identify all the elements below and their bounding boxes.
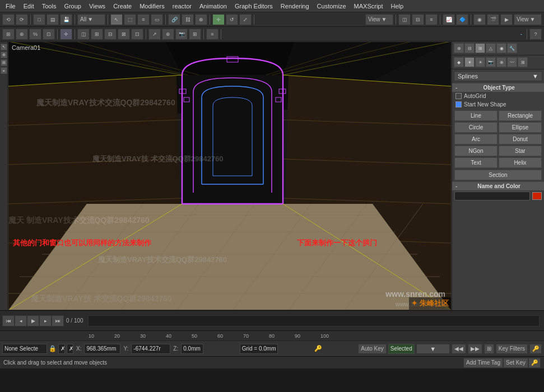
mirror-button[interactable]: ◫ [398, 14, 411, 25]
menu-group[interactable]: Group [61, 2, 85, 11]
new-scene-button[interactable]: □ [33, 14, 45, 25]
clone-align[interactable]: ⊡ [131, 29, 143, 40]
splines-dropdown[interactable]: Splines ▼ [454, 71, 542, 81]
unlink-button[interactable]: ⛓ [182, 14, 194, 25]
next-key[interactable]: ▶▶ [468, 344, 482, 354]
object-name-input[interactable] [454, 192, 530, 200]
arc-button[interactable]: Arc [454, 134, 497, 144]
menu-views[interactable]: Views [86, 2, 109, 11]
x-value[interactable]: 968.365mm [84, 344, 120, 354]
menu-reactor[interactable]: reactor [169, 2, 195, 11]
menu-animation[interactable]: Animation [196, 2, 230, 11]
schematic-button[interactable]: 🔷 [456, 14, 468, 25]
spinner-snap[interactable]: ⊡ [43, 29, 55, 40]
select-by-name-button[interactable]: ≡ [137, 14, 150, 25]
view-dropdown[interactable]: View ▼ [365, 14, 393, 25]
text-button[interactable]: Text [454, 157, 497, 168]
select-region-button[interactable]: ⬚ [124, 14, 136, 25]
timeline-play[interactable]: ▶ [27, 315, 39, 326]
layer-manager[interactable]: ≡ [206, 29, 218, 40]
selected-dropdown[interactable]: ▼ [416, 344, 450, 354]
move-button[interactable]: ✛ [212, 14, 225, 25]
place-highlight[interactable]: ⊕ [162, 29, 174, 40]
menu-maxscript[interactable]: MAXScript [351, 2, 387, 11]
lt-btn4[interactable]: ≡ [1, 67, 7, 74]
selection-filter-dropdown[interactable]: All ▼ [77, 14, 105, 25]
save-button[interactable]: 💾 [60, 14, 72, 25]
rp-icon-helper[interactable]: ⊕ [496, 57, 506, 67]
helix-button[interactable]: Helix [499, 157, 542, 168]
key-filter-icon[interactable]: 🔑 [529, 344, 542, 354]
normal-align[interactable]: ↗ [148, 29, 161, 40]
z-value[interactable]: 0.0mm [181, 344, 203, 354]
rp-icon-display[interactable]: ◉ [496, 43, 506, 53]
key-icon-btn[interactable]: 🔑 [528, 358, 541, 368]
rp-icon-motion[interactable]: △ [486, 43, 496, 53]
align-tool[interactable]: ⊟ [104, 29, 117, 40]
auto-key-button[interactable]: Auto Key [358, 344, 387, 354]
key-mode[interactable]: ⊞ [484, 344, 494, 354]
align-button[interactable]: ⊟ [412, 14, 424, 25]
timeline-go-end[interactable]: ⏭ [52, 315, 64, 326]
menu-modifiers[interactable]: Modifiers [136, 2, 168, 11]
align-camera[interactable]: 📷 [175, 29, 188, 40]
timeline-next-frame[interactable]: ▸ [39, 315, 52, 326]
material-editor-button[interactable]: ◉ [473, 14, 486, 25]
set-key-button[interactable]: Set Key [503, 358, 528, 368]
add-time-tag-button[interactable]: Add Time Tag [463, 358, 503, 368]
rp-icon-hierarchy[interactable]: ⊞ [475, 43, 485, 53]
rp-icon-geo[interactable]: ◆ [454, 57, 464, 67]
lt-btn1[interactable]: ↖ [1, 44, 7, 50]
name-color-section[interactable]: - Name and Color [452, 181, 544, 190]
undo-button[interactable]: ⟲ [2, 14, 15, 25]
object-type-section[interactable]: - Object Type [452, 83, 544, 92]
menu-edit[interactable]: Edit [20, 2, 38, 11]
rp-icon-utilities[interactable]: 🔧 [507, 43, 517, 53]
menu-create[interactable]: Create [110, 2, 135, 11]
rp-icon-light[interactable]: ☀ [475, 57, 485, 67]
color-swatch[interactable] [532, 192, 542, 200]
curve-editor-button[interactable]: 📈 [443, 14, 455, 25]
redo-button[interactable]: ⟳ [16, 14, 28, 25]
line-button[interactable]: Line [454, 110, 497, 121]
menu-tools[interactable]: Tools [39, 2, 60, 11]
prev-key[interactable]: ◀◀ [452, 344, 466, 354]
help-button[interactable]: ? [529, 29, 542, 40]
rp-icon-create[interactable]: ⊕ [454, 43, 464, 53]
donut-button[interactable]: Donut [499, 134, 542, 144]
rp-icon-modify[interactable]: ⊟ [464, 43, 475, 53]
star-button[interactable]: Star [499, 146, 542, 156]
start-new-shape-checkbox[interactable] [455, 101, 462, 108]
rectangular-selection[interactable]: ▭ [151, 14, 163, 25]
rp-icon-camera[interactable]: 📷 [486, 57, 496, 67]
y-value[interactable]: -6744.227r [131, 344, 170, 354]
menu-help[interactable]: Help [388, 2, 407, 11]
array-tool[interactable]: ⊞ [91, 29, 103, 40]
bind-button[interactable]: ⊕ [195, 14, 207, 25]
rectangle-button[interactable]: Rectangle [499, 110, 542, 121]
render-view-dropdown[interactable]: View ▼ [514, 14, 542, 25]
lt-btn3[interactable]: ⊞ [1, 59, 7, 66]
rp-icon-spacewarp[interactable]: 〰 [507, 57, 517, 67]
key-filters-button[interactable]: Key Filters [496, 344, 528, 354]
scale-button[interactable]: ⤢ [239, 14, 252, 25]
select-button[interactable]: ↖ [110, 14, 123, 25]
link-button[interactable]: 🔗 [168, 14, 180, 25]
timeline-go-start[interactable]: ⏮ [2, 315, 15, 326]
rotate-button[interactable]: ↺ [226, 14, 238, 25]
rp-icon-systems[interactable]: ⊞ [518, 57, 528, 67]
menu-customize[interactable]: Customize [314, 2, 350, 11]
ellipse-button[interactable]: Ellipse [499, 122, 542, 133]
render-button[interactable]: ▶ [500, 14, 513, 25]
snap-toggle[interactable]: ⊞ [2, 29, 15, 40]
align-to-view[interactable]: ⊞ [189, 29, 201, 40]
spacing-tool[interactable]: ⊠ [118, 29, 130, 40]
render-setup-button[interactable]: 🎬 [487, 14, 499, 25]
percent-snap[interactable]: % [29, 29, 41, 40]
rp-icon-shape[interactable]: ✦ [464, 57, 475, 67]
ngon-button[interactable]: NGon [454, 146, 497, 156]
timeline-prev-frame[interactable]: ◂ [15, 315, 27, 326]
layer-button[interactable]: ≡ [425, 14, 438, 25]
lt-btn2[interactable]: ⊕ [1, 52, 7, 58]
menu-graph-editors[interactable]: Graph Editors [231, 2, 276, 11]
